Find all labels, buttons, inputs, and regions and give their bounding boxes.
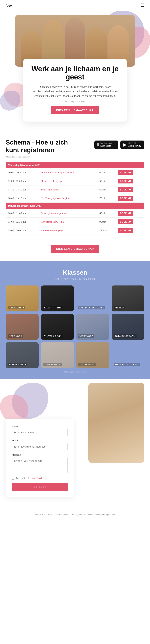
book-button[interactable]: BOEK NU	[118, 179, 133, 184]
play-icon: ▶	[123, 142, 127, 147]
class-label: YOGA TEGEN STRESS	[114, 363, 140, 366]
schedule-day-header: Donderdag 09 november 2023	[6, 202, 144, 209]
class-time: 19:00 - 20:00 uur	[6, 226, 38, 234]
classes-title: Klassen	[6, 269, 144, 276]
book-button[interactable]: BOEK NU	[118, 228, 133, 233]
table-row: 10:00 - 10:50 uur Pilates en voor uitlij…	[6, 168, 144, 177]
class-card[interactable]: VINYASA-YOGA	[41, 314, 74, 340]
message-label: Message	[12, 453, 68, 456]
class-name: Yin/restoratieve yoga	[38, 226, 97, 234]
class-name: Flow- en balansyoga	[38, 177, 97, 185]
class-card[interactable]: HATHA-YOGA	[6, 286, 39, 312]
class-time: 10:00 - 10:50 uur	[6, 168, 38, 177]
hero-description: Duizenden bedrijven in heel Europa biede…	[31, 85, 119, 98]
schedule-cta-button[interactable]: KIES EEN LIDMAATSCHAP	[51, 245, 99, 253]
table-row: 10:00 - 11:00 uur Power plaatsenapparate…	[6, 209, 144, 218]
class-label: STRETCHYOGA	[8, 363, 27, 366]
schedule-table: Woensdag 08 november 2023 10:00 - 10:50 …	[6, 162, 144, 235]
email-field: Email	[12, 439, 68, 450]
book-cell: BOEK NU	[115, 218, 144, 226]
class-card[interactable]: TOTALE LICHAAM	[112, 314, 144, 340]
name-label: Name	[12, 425, 68, 428]
class-label: TOTALE LICHAAM	[114, 334, 137, 338]
book-button[interactable]: BOEK NU	[118, 211, 133, 216]
schedule-title-block: Schema - Hoe u zich kunt registreren Afb…	[6, 138, 70, 158]
terms-link[interactable]: Terms of Service	[28, 477, 44, 480]
header: logo ☰	[0, 0, 150, 11]
book-cell: BOEK NU	[115, 168, 144, 177]
schedule-title: Schema - Hoe u zich kunt registreren	[6, 138, 70, 154]
class-label: LICHTYOGA	[78, 334, 94, 338]
class-duration: 60min	[97, 209, 115, 218]
class-name: Yoga tegen stress	[38, 185, 97, 194]
class-card[interactable]: YOGA TEGEN STRESS	[112, 342, 144, 368]
class-card[interactable]: LICHTYOGA	[76, 314, 109, 340]
class-label: PILATES	[114, 306, 126, 310]
book-cell: BOEK NU	[115, 185, 144, 194]
class-label: KRACHT + HIIT	[43, 306, 63, 310]
book-button[interactable]: BOEK NU	[118, 196, 133, 201]
contact-form: Name Email Message I accept the Terms of…	[6, 419, 74, 497]
menu-icon[interactable]: ☰	[140, 3, 144, 8]
book-button[interactable]: BOEK NU	[118, 170, 133, 175]
class-card[interactable]: HETE YOGA	[6, 314, 39, 340]
checkbox-label: I accept the Terms of Service	[16, 477, 44, 480]
terms-checkbox[interactable]	[12, 477, 15, 480]
class-duration: 60min	[97, 177, 115, 185]
submit-button[interactable]: INDIENEN	[12, 483, 68, 491]
table-row: 11:00 - 12:30 uur Hervormer Flow (Pilate…	[6, 218, 144, 226]
class-label: YOGASTROOM	[43, 363, 62, 366]
app-badges:  Download on the App Store ▶ GET IT ON …	[94, 138, 144, 149]
class-time: 10:00 - 11:00 uur	[6, 209, 38, 218]
class-card[interactable]: YOGALESSEN	[76, 342, 109, 368]
name-input[interactable]	[12, 429, 68, 436]
table-row: 17:30 - 18:30 uur Yoga tegen stress 60mi…	[6, 185, 144, 194]
class-card[interactable]: STRETCHYOGA	[6, 342, 39, 368]
google-play-badge[interactable]: ▶ GET IT ON Google Play	[120, 140, 144, 149]
classes-credit: Afbeeldingen van Freepik	[6, 370, 144, 373]
schedule-cta: KIES EEN LIDMAATSCHAP	[6, 241, 144, 257]
table-row: 19:00 - 20:00 uur Yin/restoratieve yoga …	[6, 226, 144, 234]
checkbox-row: I accept the Terms of Service	[12, 477, 68, 480]
table-row: 18:00 - 19:10 uur Hot Flow yoga voor beg…	[6, 194, 144, 202]
class-name: Power plaatsenapparateur	[38, 209, 97, 218]
class-duration: 70min	[97, 194, 115, 202]
app-store-text: Download on the App Store	[100, 142, 112, 147]
class-card[interactable]: PILATES	[112, 286, 144, 312]
book-cell: BOEK NU	[115, 226, 144, 234]
message-field: Message	[12, 453, 68, 474]
contact-section: Name Email Message I accept the Terms of…	[0, 379, 150, 509]
class-label: VINYASA-YOGA	[43, 334, 63, 338]
class-label: SPECIALITEITSLASSE	[78, 306, 105, 310]
app-store-badge[interactable]:  Download on the App Store	[94, 140, 118, 149]
class-time: 17:30 - 18:30 uur	[6, 185, 38, 194]
sample-text-footer: Sample text. Click to select the text bo…	[0, 509, 150, 520]
apple-icon: 	[97, 142, 99, 147]
message-textarea[interactable]	[12, 457, 68, 473]
book-button[interactable]: BOEK NU	[118, 187, 133, 192]
hero-cta-button[interactable]: KIES EEN LIDMAATSCHAP	[51, 106, 99, 114]
book-button[interactable]: BOEK NU	[118, 220, 133, 224]
email-input[interactable]	[12, 443, 68, 450]
class-time: 11:00 - 12:30 uur	[6, 218, 38, 226]
schedule-day-header: Woensdag 08 november 2023	[6, 162, 144, 168]
class-card[interactable]: YOGASTROOM	[41, 342, 74, 368]
schedule-header: Schema - Hoe u zich kunt registreren Afb…	[6, 138, 144, 158]
logo: logo	[6, 4, 12, 8]
class-label: HATHA-YOGA	[8, 306, 25, 310]
class-duration: 60min	[97, 168, 115, 177]
class-label: YOGALESSEN	[78, 363, 96, 366]
classes-grid: HATHA-YOGA KRACHT + HIIT SPECIALITEITSLA…	[6, 286, 144, 368]
class-time: 11:00 - 12:00 uur	[6, 177, 38, 185]
table-row: 11:00 - 12:00 uur Flow- en balansyoga 60…	[6, 177, 144, 185]
class-card[interactable]: SPECIALITEITSLASSE	[76, 286, 109, 312]
book-cell: BOEK NU	[115, 194, 144, 202]
class-card[interactable]: KRACHT + HIIT	[41, 286, 74, 312]
class-duration: 120min	[97, 226, 115, 234]
class-duration: 90min	[97, 218, 115, 226]
book-cell: BOEK NU	[115, 209, 144, 218]
hero-section: Werk aan je lichaam en je geest Duizende…	[0, 11, 150, 130]
class-name: Hot Flow yoga voor beginners	[38, 194, 97, 202]
contact-blob-pink	[0, 395, 28, 423]
book-cell: BOEK NU	[115, 177, 144, 185]
